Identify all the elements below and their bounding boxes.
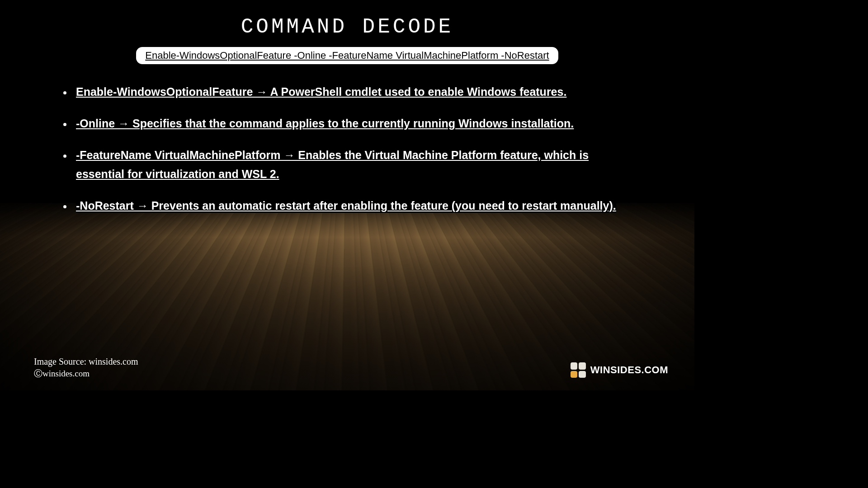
bullet-text: Enable-WindowsOptionalFeature → A PowerS… bbox=[76, 84, 566, 99]
bullet-text: -FeatureName VirtualMachinePlatform → En… bbox=[76, 148, 589, 181]
slide-content: COMMAND DECODE Enable-WindowsOptionalFea… bbox=[0, 0, 694, 215]
brand-name: WINSIDES.COM bbox=[590, 364, 668, 376]
command-breakdown-list: Enable-WindowsOptionalFeature → A PowerS… bbox=[72, 82, 640, 215]
bullet-item: -NoRestart → Prevents an automatic resta… bbox=[72, 196, 640, 215]
bullet-text: -NoRestart → Prevents an automatic resta… bbox=[76, 198, 616, 213]
bullet-item: -Online → Specifies that the command app… bbox=[72, 114, 640, 133]
command-box: Enable-WindowsOptionalFeature -Online -F… bbox=[136, 47, 558, 64]
brand-logo-group: WINSIDES.COM bbox=[571, 362, 668, 378]
copyright-text: Ⓒwinsides.com bbox=[34, 368, 90, 380]
slide-title: COMMAND DECODE bbox=[0, 15, 694, 39]
image-source-credit: Image Source: winsides.com bbox=[34, 357, 138, 367]
bullet-item: -FeatureName VirtualMachinePlatform → En… bbox=[72, 145, 640, 183]
bullet-item: Enable-WindowsOptionalFeature → A PowerS… bbox=[72, 82, 640, 101]
winsides-logo-icon bbox=[571, 362, 586, 378]
bullet-text: -Online → Specifies that the command app… bbox=[76, 116, 574, 131]
